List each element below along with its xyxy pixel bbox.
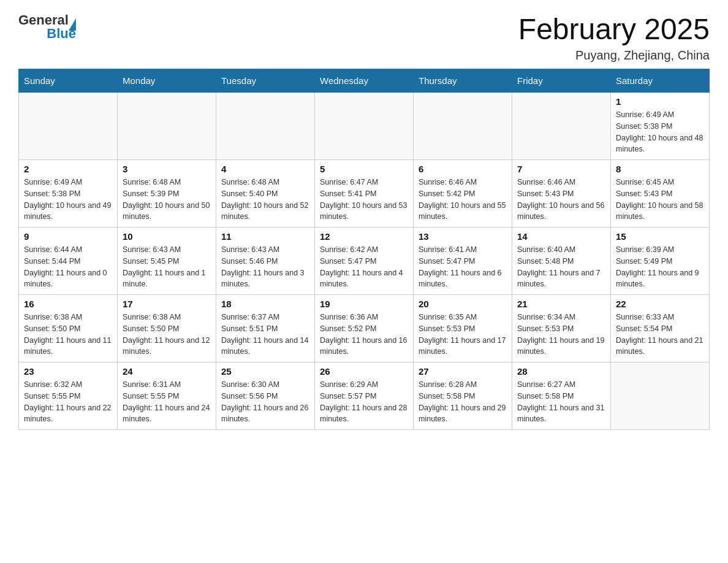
day-number: 4: [221, 164, 309, 174]
day-info: Sunrise: 6:30 AMSunset: 5:56 PMDaylight:…: [221, 379, 309, 425]
day-info: Sunrise: 6:38 AMSunset: 5:50 PMDaylight:…: [24, 312, 112, 358]
day-info: Sunrise: 6:46 AMSunset: 5:43 PMDaylight:…: [517, 177, 605, 223]
day-info: Sunrise: 6:49 AMSunset: 5:38 PMDaylight:…: [616, 109, 704, 155]
day-info: Sunrise: 6:32 AMSunset: 5:55 PMDaylight:…: [24, 379, 112, 425]
day-info: Sunrise: 6:34 AMSunset: 5:53 PMDaylight:…: [517, 312, 605, 358]
day-info: Sunrise: 6:47 AMSunset: 5:41 PMDaylight:…: [320, 177, 408, 223]
day-number: 28: [517, 366, 605, 377]
calendar-cell: 28Sunrise: 6:27 AMSunset: 5:58 PMDayligh…: [512, 362, 611, 430]
calendar-cell: 22Sunrise: 6:33 AMSunset: 5:54 PMDayligh…: [611, 295, 710, 362]
day-number: 16: [24, 299, 112, 309]
calendar-cell: 16Sunrise: 6:38 AMSunset: 5:50 PMDayligh…: [19, 295, 118, 362]
calendar-cell: 13Sunrise: 6:41 AMSunset: 5:47 PMDayligh…: [414, 228, 512, 295]
day-number: 9: [24, 231, 112, 242]
calendar-cell: 3Sunrise: 6:48 AMSunset: 5:39 PMDaylight…: [118, 160, 216, 228]
page-header: General Blue February 2025 Puyang, Zheji…: [18, 12, 710, 63]
calendar-table: SundayMondayTuesdayWednesdayThursdayFrid…: [18, 69, 710, 430]
logo-blue-text: Blue: [47, 26, 76, 42]
day-info: Sunrise: 6:48 AMSunset: 5:40 PMDaylight:…: [221, 177, 309, 223]
calendar-cell: 25Sunrise: 6:30 AMSunset: 5:56 PMDayligh…: [216, 362, 315, 430]
day-info: Sunrise: 6:49 AMSunset: 5:38 PMDaylight:…: [24, 177, 112, 223]
calendar-cell: 15Sunrise: 6:39 AMSunset: 5:49 PMDayligh…: [611, 228, 710, 295]
day-number: 8: [616, 164, 704, 174]
day-number: 23: [24, 366, 112, 377]
calendar-cell: 24Sunrise: 6:31 AMSunset: 5:55 PMDayligh…: [118, 362, 216, 430]
calendar-cell: 11Sunrise: 6:43 AMSunset: 5:46 PMDayligh…: [216, 228, 315, 295]
weekday-header: Saturday: [611, 69, 710, 93]
weekday-header: Wednesday: [315, 69, 414, 93]
day-number: 10: [123, 231, 211, 242]
day-info: Sunrise: 6:43 AMSunset: 5:45 PMDaylight:…: [123, 244, 211, 290]
day-info: Sunrise: 6:43 AMSunset: 5:46 PMDaylight:…: [221, 244, 309, 290]
calendar-cell: 7Sunrise: 6:46 AMSunset: 5:43 PMDaylight…: [512, 160, 611, 228]
day-info: Sunrise: 6:28 AMSunset: 5:58 PMDaylight:…: [419, 379, 507, 425]
calendar-cell: [216, 93, 315, 160]
weekday-header: Friday: [512, 69, 611, 93]
calendar-cell: 4Sunrise: 6:48 AMSunset: 5:40 PMDaylight…: [216, 160, 315, 228]
day-info: Sunrise: 6:39 AMSunset: 5:49 PMDaylight:…: [616, 244, 704, 290]
calendar-cell: 21Sunrise: 6:34 AMSunset: 5:53 PMDayligh…: [512, 295, 611, 362]
calendar-header-row: SundayMondayTuesdayWednesdayThursdayFrid…: [19, 69, 710, 93]
calendar-cell: [512, 93, 611, 160]
calendar-cell: 23Sunrise: 6:32 AMSunset: 5:55 PMDayligh…: [19, 362, 118, 430]
day-info: Sunrise: 6:37 AMSunset: 5:51 PMDaylight:…: [221, 312, 309, 358]
day-number: 6: [419, 164, 507, 174]
calendar-week-row: 23Sunrise: 6:32 AMSunset: 5:55 PMDayligh…: [19, 362, 710, 430]
logo: General Blue: [18, 12, 76, 42]
day-number: 22: [616, 299, 704, 309]
calendar-cell: [118, 93, 216, 160]
day-info: Sunrise: 6:38 AMSunset: 5:50 PMDaylight:…: [123, 312, 211, 358]
day-info: Sunrise: 6:29 AMSunset: 5:57 PMDaylight:…: [320, 379, 408, 425]
calendar-cell: 5Sunrise: 6:47 AMSunset: 5:41 PMDaylight…: [315, 160, 414, 228]
day-number: 18: [221, 299, 309, 309]
day-info: Sunrise: 6:35 AMSunset: 5:53 PMDaylight:…: [419, 312, 507, 358]
day-number: 3: [123, 164, 211, 174]
calendar-cell: 20Sunrise: 6:35 AMSunset: 5:53 PMDayligh…: [414, 295, 512, 362]
calendar-cell: 27Sunrise: 6:28 AMSunset: 5:58 PMDayligh…: [414, 362, 512, 430]
day-number: 14: [517, 231, 605, 242]
calendar-cell: 2Sunrise: 6:49 AMSunset: 5:38 PMDaylight…: [19, 160, 118, 228]
day-number: 13: [419, 231, 507, 242]
calendar-cell: 10Sunrise: 6:43 AMSunset: 5:45 PMDayligh…: [118, 228, 216, 295]
day-number: 24: [123, 366, 211, 377]
calendar-cell: [611, 362, 710, 430]
day-number: 1: [616, 96, 704, 107]
weekday-header: Monday: [118, 69, 216, 93]
title-block: February 2025 Puyang, Zhejiang, China: [518, 12, 710, 63]
calendar-cell: 1Sunrise: 6:49 AMSunset: 5:38 PMDaylight…: [611, 93, 710, 160]
day-info: Sunrise: 6:36 AMSunset: 5:52 PMDaylight:…: [320, 312, 408, 358]
calendar-week-row: 16Sunrise: 6:38 AMSunset: 5:50 PMDayligh…: [19, 295, 710, 362]
day-info: Sunrise: 6:44 AMSunset: 5:44 PMDaylight:…: [24, 244, 112, 290]
day-number: 7: [517, 164, 605, 174]
day-number: 27: [419, 366, 507, 377]
month-title: February 2025: [518, 12, 710, 46]
calendar-cell: 8Sunrise: 6:45 AMSunset: 5:43 PMDaylight…: [611, 160, 710, 228]
calendar-cell: [414, 93, 512, 160]
day-info: Sunrise: 6:41 AMSunset: 5:47 PMDaylight:…: [419, 244, 507, 290]
calendar-cell: [19, 93, 118, 160]
day-number: 20: [419, 299, 507, 309]
day-number: 12: [320, 231, 408, 242]
day-number: 2: [24, 164, 112, 174]
calendar-cell: 6Sunrise: 6:46 AMSunset: 5:42 PMDaylight…: [414, 160, 512, 228]
day-info: Sunrise: 6:33 AMSunset: 5:54 PMDaylight:…: [616, 312, 704, 358]
weekday-header: Sunday: [19, 69, 118, 93]
calendar-cell: 18Sunrise: 6:37 AMSunset: 5:51 PMDayligh…: [216, 295, 315, 362]
weekday-header: Tuesday: [216, 69, 315, 93]
weekday-header: Thursday: [414, 69, 512, 93]
day-number: 17: [123, 299, 211, 309]
location-title: Puyang, Zhejiang, China: [518, 48, 710, 63]
day-info: Sunrise: 6:27 AMSunset: 5:58 PMDaylight:…: [517, 379, 605, 425]
calendar-cell: [315, 93, 414, 160]
day-info: Sunrise: 6:40 AMSunset: 5:48 PMDaylight:…: [517, 244, 605, 290]
day-number: 19: [320, 299, 408, 309]
day-info: Sunrise: 6:46 AMSunset: 5:42 PMDaylight:…: [419, 177, 507, 223]
calendar-week-row: 1Sunrise: 6:49 AMSunset: 5:38 PMDaylight…: [19, 93, 710, 160]
calendar-cell: 12Sunrise: 6:42 AMSunset: 5:47 PMDayligh…: [315, 228, 414, 295]
day-info: Sunrise: 6:48 AMSunset: 5:39 PMDaylight:…: [123, 177, 211, 223]
calendar-cell: 26Sunrise: 6:29 AMSunset: 5:57 PMDayligh…: [315, 362, 414, 430]
calendar-cell: 17Sunrise: 6:38 AMSunset: 5:50 PMDayligh…: [118, 295, 216, 362]
day-info: Sunrise: 6:45 AMSunset: 5:43 PMDaylight:…: [616, 177, 704, 223]
calendar-week-row: 2Sunrise: 6:49 AMSunset: 5:38 PMDaylight…: [19, 160, 710, 228]
day-number: 26: [320, 366, 408, 377]
